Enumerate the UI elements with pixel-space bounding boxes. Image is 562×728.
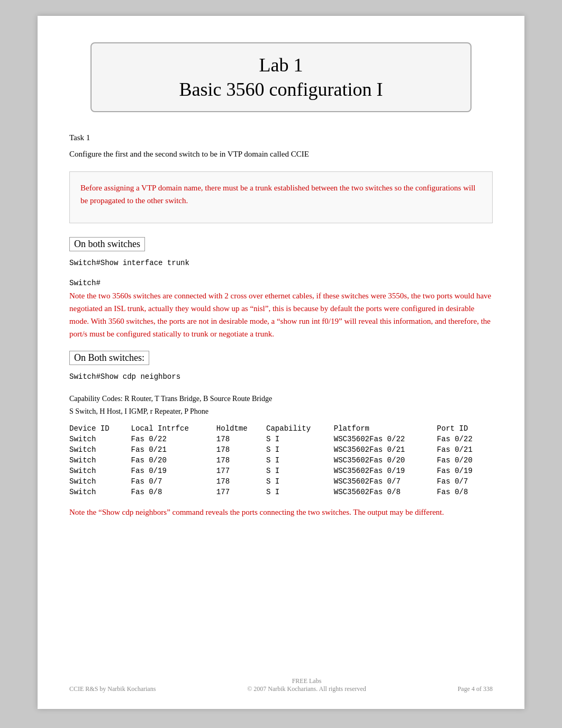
table-cell: Fas 0/8 — [437, 487, 493, 497]
footer-left: CCIE R&S by Narbik Kocharians — [69, 685, 156, 693]
info-note-box: Before assigning a VTP domain name, ther… — [69, 171, 493, 223]
section1-command1: Switch#Show interface trunk — [69, 259, 493, 267]
table-header-row: Device ID Local Intrfce Holdtme Capabili… — [69, 423, 493, 434]
table-cell: Fas 0/20 — [437, 455, 493, 466]
section2: On Both switches: Switch#Show cdp neighb… — [69, 349, 493, 518]
footer-center-line1: FREE Labs — [292, 677, 322, 685]
table-row: SwitchFas 0/22178S IWSC35602Fas 0/22Fas … — [69, 434, 493, 444]
table-row: SwitchFas 0/7178S IWSC35602Fas 0/7Fas 0/… — [69, 476, 493, 487]
title-line2: Basic 3560 configuration I — [107, 78, 455, 101]
col-platform: Platform — [334, 423, 437, 434]
footer-right: Page 4 of 338 — [458, 685, 493, 693]
col-holdtme: Holdtme — [216, 423, 266, 434]
table-cell: Fas 0/19 — [437, 466, 493, 476]
table-cell: Fas 0/22 — [437, 434, 493, 444]
table-cell: S I — [266, 434, 334, 444]
table-cell: Fas 0/21 — [131, 444, 216, 455]
table-cell: Switch — [69, 444, 131, 455]
table-cell: WSC35602Fas 0/20 — [334, 455, 437, 466]
section2-heading: On Both switches: — [69, 351, 149, 365]
capability-line2: S Switch, H Host, I IGMP, r Repeater, P … — [69, 407, 209, 415]
section2-bottom-note: Note the “Show cdp neighbors” command re… — [69, 506, 493, 518]
table-cell: S I — [266, 466, 334, 476]
table-cell: Switch — [69, 476, 131, 487]
task-description: Configure the first and the second switc… — [69, 150, 493, 159]
table-cell: S I — [266, 487, 334, 497]
table-cell: Fas 0/20 — [131, 455, 216, 466]
table-cell: WSC35602Fas 0/8 — [334, 487, 437, 497]
table-row: SwitchFas 0/8177S IWSC35602Fas 0/8Fas 0/… — [69, 487, 493, 497]
cdp-table-area: Device ID Local Intrfce Holdtme Capabili… — [69, 423, 493, 497]
section1-note: Note the two 3560s switches are connecte… — [69, 289, 493, 340]
page: Lab 1 Basic 3560 configuration I Task 1 … — [38, 16, 524, 709]
table-cell: WSC35602Fas 0/7 — [334, 476, 437, 487]
title-line1: Lab 1 — [107, 54, 455, 76]
table-cell: Fas 0/22 — [131, 434, 216, 444]
table-cell: WSC35602Fas 0/22 — [334, 434, 437, 444]
info-note-text: Before assigning a VTP domain name, ther… — [80, 181, 482, 207]
table-cell: Switch — [69, 466, 131, 476]
section1-prompt: Switch# — [69, 279, 493, 287]
col-capability: Capability — [266, 423, 334, 434]
table-cell: S I — [266, 444, 334, 455]
col-local-intrfce: Local Intrfce — [131, 423, 216, 434]
table-cell: Fas 0/8 — [131, 487, 216, 497]
table-cell: Switch — [69, 434, 131, 444]
table-cell: Switch — [69, 455, 131, 466]
task-label: Task 1 — [69, 133, 493, 142]
footer-center-line2: © 2007 Narbik Kocharians. All rights res… — [247, 685, 366, 693]
table-cell: 178 — [216, 455, 266, 466]
table-cell: 178 — [216, 444, 266, 455]
table-cell: S I — [266, 455, 334, 466]
table-cell: 177 — [216, 466, 266, 476]
footer: CCIE R&S by Narbik Kocharians FREE Labs … — [69, 677, 493, 693]
table-cell: 177 — [216, 487, 266, 497]
col-port-id: Port ID — [437, 423, 493, 434]
table-cell: Fas 0/19 — [131, 466, 216, 476]
col-device-id: Device ID — [69, 423, 131, 434]
section2-command: Switch#Show cdp neighbors — [69, 372, 493, 381]
table-cell: Fas 0/7 — [131, 476, 216, 487]
table-cell: 178 — [216, 434, 266, 444]
table-row: SwitchFas 0/19177S IWSC35602Fas 0/19Fas … — [69, 466, 493, 476]
section1-heading: On both switches — [69, 237, 145, 251]
cdp-table: Device ID Local Intrfce Holdtme Capabili… — [69, 423, 493, 497]
table-cell: WSC35602Fas 0/19 — [334, 466, 437, 476]
table-row: SwitchFas 0/20178S IWSC35602Fas 0/20Fas … — [69, 455, 493, 466]
table-row: SwitchFas 0/21178S IWSC35602Fas 0/21Fas … — [69, 444, 493, 455]
table-cell: Fas 0/7 — [437, 476, 493, 487]
table-cell: Switch — [69, 487, 131, 497]
table-cell: Fas 0/21 — [437, 444, 493, 455]
table-cell: WSC35602Fas 0/21 — [334, 444, 437, 455]
table-cell: S I — [266, 476, 334, 487]
capability-codes: Capability Codes: R Router, T Trans Brid… — [69, 393, 493, 418]
footer-center: FREE Labs © 2007 Narbik Kocharians. All … — [156, 677, 457, 693]
title-box: Lab 1 Basic 3560 configuration I — [90, 42, 472, 112]
table-cell: 178 — [216, 476, 266, 487]
section1: On both switches Switch#Show interface t… — [69, 235, 493, 340]
capability-line1: Capability Codes: R Router, T Trans Brid… — [69, 395, 272, 403]
